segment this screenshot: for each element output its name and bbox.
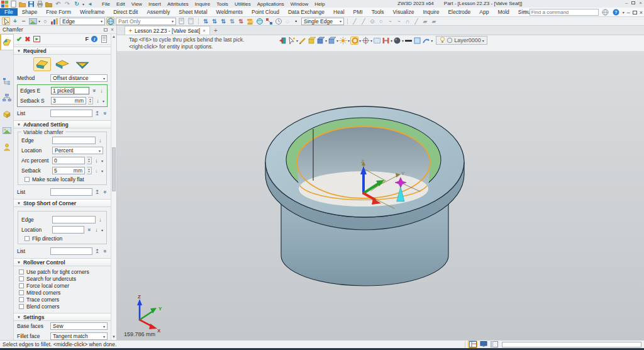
tab-visualize[interactable]: Visualize (389, 8, 419, 16)
pick-tool-dropdown-icon[interactable]: ▾ (296, 38, 298, 43)
options-doc-icon[interactable] (100, 35, 108, 43)
ring-highlight-icon[interactable] (350, 37, 358, 45)
section-view-icon[interactable] (413, 37, 421, 45)
redo-icon[interactable]: ↷ (64, 1, 71, 7)
remove-selection-icon[interactable]: − (20, 18, 28, 25)
import-folder-icon[interactable] (45, 1, 52, 8)
setback-pick-icon[interactable]: ↓ (95, 98, 101, 104)
layer-dropdown-icon[interactable]: ▾ (482, 38, 484, 43)
open-file-icon[interactable] (19, 1, 26, 8)
stop-short-list-input[interactable] (50, 247, 92, 255)
tab-inquire[interactable]: Inquire (418, 8, 443, 16)
layer-name[interactable]: Layer0000 (454, 37, 481, 43)
dashed-circle-icon[interactable]: ◌ (284, 18, 291, 25)
pick-tool-icon[interactable] (287, 37, 296, 45)
sidetab-assembly-tree[interactable] (0, 89, 14, 106)
lasso-icon[interactable]: ○ (42, 18, 49, 25)
split-pane-status-icon[interactable] (489, 341, 499, 348)
bulb-icon[interactable] (439, 37, 445, 45)
blend-corners-checkbox[interactable] (19, 304, 24, 309)
find-command-input[interactable] (531, 9, 601, 15)
adv-arc-dropdown-icon[interactable]: ▾ (101, 159, 103, 163)
online-globe-icon[interactable] (601, 8, 609, 16)
pin-ribbon-icon[interactable]: ▽ (524, 10, 527, 14)
app-logo-icon[interactable] (1, 1, 8, 8)
tab-free-form[interactable]: Free Form (42, 8, 75, 16)
reorder-icon[interactable]: ⇅ (219, 18, 227, 25)
curve-tool-icon[interactable]: ~ (395, 18, 402, 25)
tab-data-exchange[interactable]: Data Exchange (284, 8, 329, 16)
help-dropdown-icon[interactable]: ▾ (623, 10, 625, 14)
stop-icon[interactable]: ▪ (292, 18, 300, 24)
adv-list-expand-icon[interactable]: » (102, 189, 108, 195)
shade-yellow-icon[interactable] (308, 37, 316, 45)
ss-edge-input[interactable] (52, 216, 96, 223)
flip-direction-checkbox[interactable] (25, 236, 30, 241)
grid-view-status-icon[interactable] (468, 341, 477, 348)
section-settings[interactable]: ▼Settings (14, 313, 111, 321)
spline-tool-icon[interactable]: ~ (386, 18, 394, 25)
menu-insert[interactable]: Insert (145, 1, 164, 7)
entity-filter-combo[interactable]: Edge▾ (60, 18, 105, 25)
shade-blue-icon[interactable] (316, 37, 325, 45)
shade-blue-dropdown-icon[interactable]: ▾ (325, 38, 327, 43)
setback-input[interactable]: 3mm (51, 97, 86, 104)
add-selection-icon[interactable]: + (11, 18, 19, 25)
adv-arc-spinner[interactable]: ▴▾ (87, 157, 92, 164)
world-icon[interactable] (255, 17, 264, 25)
monitor-status-icon[interactable] (479, 341, 488, 348)
help-icon[interactable]: ? (612, 8, 620, 16)
swoosh-dropdown-icon[interactable]: ▾ (431, 38, 433, 43)
menu-file[interactable]: File (99, 1, 113, 7)
sidetab-part[interactable] (0, 106, 14, 122)
tab-assembly[interactable]: Assembly (142, 8, 174, 16)
layer-circle-icon[interactable] (447, 37, 453, 45)
rotate-center-icon[interactable] (362, 37, 370, 45)
scope-globe-icon[interactable] (106, 17, 114, 25)
paste-doc-icon[interactable] (187, 17, 195, 25)
ring-highlight-dropdown-icon[interactable]: ▾ (359, 38, 361, 43)
select-cursor-icon[interactable] (2, 17, 10, 25)
panel-dock-icon[interactable] (104, 28, 108, 31)
advanced-list-input[interactable] (50, 188, 92, 196)
method-combo[interactable]: Offset distance▾ (50, 74, 108, 82)
sidetab-manager[interactable] (0, 73, 14, 89)
adv-list-load-icon[interactable]: ↥ (94, 189, 100, 195)
setback-dropdown-icon[interactable]: ▾ (103, 99, 104, 103)
background-sphere-icon[interactable] (393, 37, 401, 45)
tab-wireframe[interactable]: Wireframe (75, 8, 109, 16)
background-dropdown-icon[interactable]: ▾ (402, 38, 404, 43)
adv-location-combo[interactable]: Percent▾ (52, 147, 103, 154)
menu-window[interactable]: Window (287, 1, 311, 7)
align-view-icon[interactable] (382, 37, 390, 45)
f-button[interactable]: F (86, 36, 89, 42)
ss-location-pick-icon[interactable]: ↓ (94, 227, 99, 233)
line-tool-icon[interactable]: ╱ (360, 18, 367, 25)
exit-icon[interactable] (279, 37, 287, 45)
tab-heal[interactable]: Heal (329, 8, 348, 16)
adv-setback-pick-icon[interactable]: ↓ (94, 167, 99, 174)
history-clock-icon[interactable] (274, 17, 282, 25)
edges-pick-icon[interactable]: ↓ (99, 88, 104, 94)
new-tab-button[interactable]: + (214, 27, 218, 35)
edges-input[interactable]: 1 picked (51, 87, 89, 94)
filter-chart-icon[interactable] (50, 17, 58, 25)
method-distance-angle-button[interactable] (74, 57, 91, 71)
adv-setback-spinner[interactable]: ▴▾ (87, 167, 92, 174)
arc-tool-icon[interactable]: ∩ (404, 18, 411, 25)
tab-direct-edit[interactable]: Direct Edit (109, 8, 142, 16)
menu-tools[interactable]: Tools (213, 1, 231, 7)
find-command-box[interactable] (530, 9, 599, 16)
link-parts-icon[interactable] (265, 17, 273, 25)
tab-file[interactable]: File (0, 8, 18, 16)
circle-center-tool-icon[interactable]: ⊙ (369, 18, 376, 25)
search-undercuts-checkbox[interactable] (19, 276, 24, 281)
panel-scrollbar[interactable]: ▲ ▼ (111, 34, 116, 340)
section-advanced[interactable]: ▼Advanced Setting (14, 120, 111, 128)
regen-icon[interactable]: ↻ (73, 1, 80, 7)
tab-pmi[interactable]: PMI (349, 8, 367, 16)
restore-button[interactable] (631, 1, 635, 4)
scroll-thumb[interactable] (112, 147, 116, 191)
menu-edit[interactable]: Edit (113, 1, 128, 7)
section-stop-short[interactable]: ▼Stop Short of Corner (14, 199, 111, 207)
